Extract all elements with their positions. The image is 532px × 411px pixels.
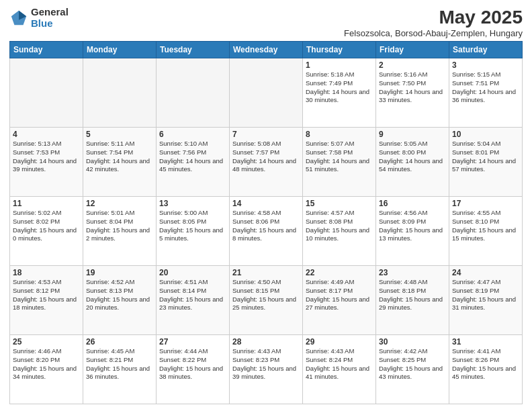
day-info: Sunrise: 4:53 AM Sunset: 8:12 PM Dayligh… xyxy=(13,278,80,312)
day-info: Sunrise: 5:01 AM Sunset: 8:04 PM Dayligh… xyxy=(86,209,153,243)
week-row-4: 18Sunrise: 4:53 AM Sunset: 8:12 PM Dayli… xyxy=(10,266,523,335)
day-number: 6 xyxy=(159,130,226,139)
day-info: Sunrise: 5:05 AM Sunset: 8:00 PM Dayligh… xyxy=(379,140,446,174)
day-info: Sunrise: 5:15 AM Sunset: 7:51 PM Dayligh… xyxy=(452,71,519,105)
day-info: Sunrise: 4:44 AM Sunset: 8:22 PM Dayligh… xyxy=(159,347,226,381)
day-info: Sunrise: 4:45 AM Sunset: 8:21 PM Dayligh… xyxy=(86,347,153,381)
day-number: 3 xyxy=(452,60,519,70)
day-number: 8 xyxy=(306,130,373,139)
day-info: Sunrise: 4:49 AM Sunset: 8:17 PM Dayligh… xyxy=(306,278,373,312)
day-info: Sunrise: 4:43 AM Sunset: 8:24 PM Dayligh… xyxy=(306,347,373,381)
day-number: 31 xyxy=(452,337,519,347)
day-number: 24 xyxy=(452,268,519,277)
day-number: 5 xyxy=(86,130,153,139)
day-cell: 31Sunrise: 4:41 AM Sunset: 8:26 PM Dayli… xyxy=(449,335,523,404)
week-row-2: 4Sunrise: 5:13 AM Sunset: 7:53 PM Daylig… xyxy=(10,128,523,197)
day-cell xyxy=(83,58,157,128)
day-cell: 26Sunrise: 4:45 AM Sunset: 8:21 PM Dayli… xyxy=(83,335,157,404)
day-number: 27 xyxy=(159,337,226,347)
day-number: 11 xyxy=(13,199,80,208)
day-cell: 18Sunrise: 4:53 AM Sunset: 8:12 PM Dayli… xyxy=(10,266,83,335)
day-info: Sunrise: 4:48 AM Sunset: 8:18 PM Dayligh… xyxy=(379,278,446,312)
day-cell: 1Sunrise: 5:18 AM Sunset: 7:49 PM Daylig… xyxy=(303,58,376,128)
day-info: Sunrise: 5:07 AM Sunset: 7:58 PM Dayligh… xyxy=(306,140,373,174)
day-info: Sunrise: 4:56 AM Sunset: 8:09 PM Dayligh… xyxy=(379,209,446,243)
day-cell: 11Sunrise: 5:02 AM Sunset: 8:02 PM Dayli… xyxy=(10,197,83,266)
header-row: Sunday Monday Tuesday Wednesday Thursday… xyxy=(10,42,523,58)
day-info: Sunrise: 5:02 AM Sunset: 8:02 PM Dayligh… xyxy=(13,209,80,243)
day-cell xyxy=(230,58,303,128)
day-number: 2 xyxy=(379,60,446,70)
day-number: 15 xyxy=(306,199,373,208)
day-cell: 25Sunrise: 4:46 AM Sunset: 8:20 PM Dayli… xyxy=(10,335,83,404)
day-info: Sunrise: 4:50 AM Sunset: 8:15 PM Dayligh… xyxy=(232,278,300,312)
th-tuesday: Tuesday xyxy=(157,42,230,58)
page: General Blue May 2025 Felsozsolca, Borso… xyxy=(0,0,532,411)
th-monday: Monday xyxy=(83,42,157,58)
logo-text: General Blue xyxy=(31,7,69,29)
day-cell: 28Sunrise: 4:43 AM Sunset: 8:23 PM Dayli… xyxy=(230,335,303,404)
header: General Blue May 2025 Felsozsolca, Borso… xyxy=(9,7,523,38)
day-cell: 15Sunrise: 4:57 AM Sunset: 8:08 PM Dayli… xyxy=(303,197,376,266)
day-number: 16 xyxy=(379,199,446,208)
day-number: 10 xyxy=(452,130,519,139)
day-cell: 6Sunrise: 5:10 AM Sunset: 7:56 PM Daylig… xyxy=(157,128,230,197)
day-info: Sunrise: 4:58 AM Sunset: 8:06 PM Dayligh… xyxy=(232,209,300,243)
day-info: Sunrise: 4:47 AM Sunset: 8:19 PM Dayligh… xyxy=(452,278,519,312)
day-number: 14 xyxy=(232,199,300,208)
th-wednesday: Wednesday xyxy=(230,42,303,58)
day-cell: 29Sunrise: 4:43 AM Sunset: 8:24 PM Dayli… xyxy=(303,335,376,404)
calendar-header: Sunday Monday Tuesday Wednesday Thursday… xyxy=(10,42,523,58)
th-friday: Friday xyxy=(376,42,449,58)
day-info: Sunrise: 4:51 AM Sunset: 8:14 PM Dayligh… xyxy=(159,278,226,312)
week-row-1: 1Sunrise: 5:18 AM Sunset: 7:49 PM Daylig… xyxy=(10,58,523,128)
day-cell: 8Sunrise: 5:07 AM Sunset: 7:58 PM Daylig… xyxy=(303,128,376,197)
logo: General Blue xyxy=(9,7,69,29)
day-number: 9 xyxy=(379,130,446,139)
day-cell: 14Sunrise: 4:58 AM Sunset: 8:06 PM Dayli… xyxy=(230,197,303,266)
calendar-subtitle: Felsozsolca, Borsod-Abauj-Zemplen, Hunga… xyxy=(344,28,523,38)
day-info: Sunrise: 4:46 AM Sunset: 8:20 PM Dayligh… xyxy=(13,347,80,381)
day-number: 18 xyxy=(13,268,80,277)
day-info: Sunrise: 5:00 AM Sunset: 8:05 PM Dayligh… xyxy=(159,209,226,243)
day-number: 4 xyxy=(13,130,80,139)
day-number: 28 xyxy=(232,337,300,347)
day-number: 26 xyxy=(86,337,153,347)
day-info: Sunrise: 5:18 AM Sunset: 7:49 PM Dayligh… xyxy=(306,71,373,105)
th-saturday: Saturday xyxy=(449,42,523,58)
day-cell: 22Sunrise: 4:49 AM Sunset: 8:17 PM Dayli… xyxy=(303,266,376,335)
day-cell: 10Sunrise: 5:04 AM Sunset: 8:01 PM Dayli… xyxy=(449,128,523,197)
day-cell xyxy=(157,58,230,128)
day-number: 13 xyxy=(159,199,226,208)
calendar-body: 1Sunrise: 5:18 AM Sunset: 7:49 PM Daylig… xyxy=(10,58,523,404)
day-info: Sunrise: 4:41 AM Sunset: 8:26 PM Dayligh… xyxy=(452,347,519,381)
day-info: Sunrise: 4:57 AM Sunset: 8:08 PM Dayligh… xyxy=(306,209,373,243)
day-info: Sunrise: 5:16 AM Sunset: 7:50 PM Dayligh… xyxy=(379,71,446,105)
th-sunday: Sunday xyxy=(10,42,83,58)
calendar-title: May 2025 xyxy=(344,7,523,28)
day-cell: 17Sunrise: 4:55 AM Sunset: 8:10 PM Dayli… xyxy=(449,197,523,266)
day-number: 7 xyxy=(232,130,300,139)
day-number: 12 xyxy=(86,199,153,208)
logo-blue-text: Blue xyxy=(31,18,69,30)
day-cell: 2Sunrise: 5:16 AM Sunset: 7:50 PM Daylig… xyxy=(376,58,449,128)
day-info: Sunrise: 5:10 AM Sunset: 7:56 PM Dayligh… xyxy=(159,140,226,174)
day-number: 25 xyxy=(13,337,80,347)
day-number: 29 xyxy=(306,337,373,347)
day-number: 19 xyxy=(86,268,153,277)
day-cell: 30Sunrise: 4:42 AM Sunset: 8:25 PM Dayli… xyxy=(376,335,449,404)
day-cell: 9Sunrise: 5:05 AM Sunset: 8:00 PM Daylig… xyxy=(376,128,449,197)
day-cell: 7Sunrise: 5:08 AM Sunset: 7:57 PM Daylig… xyxy=(230,128,303,197)
day-cell: 21Sunrise: 4:50 AM Sunset: 8:15 PM Dayli… xyxy=(230,266,303,335)
week-row-3: 11Sunrise: 5:02 AM Sunset: 8:02 PM Dayli… xyxy=(10,197,523,266)
day-info: Sunrise: 5:13 AM Sunset: 7:53 PM Dayligh… xyxy=(13,140,80,174)
day-cell: 16Sunrise: 4:56 AM Sunset: 8:09 PM Dayli… xyxy=(376,197,449,266)
day-info: Sunrise: 4:42 AM Sunset: 8:25 PM Dayligh… xyxy=(379,347,446,381)
day-number: 23 xyxy=(379,268,446,277)
day-info: Sunrise: 4:55 AM Sunset: 8:10 PM Dayligh… xyxy=(452,209,519,243)
calendar-table: Sunday Monday Tuesday Wednesday Thursday… xyxy=(9,41,523,404)
day-info: Sunrise: 4:52 AM Sunset: 8:13 PM Dayligh… xyxy=(86,278,153,312)
day-cell: 27Sunrise: 4:44 AM Sunset: 8:22 PM Dayli… xyxy=(157,335,230,404)
logo-icon xyxy=(9,9,28,28)
day-cell: 24Sunrise: 4:47 AM Sunset: 8:19 PM Dayli… xyxy=(449,266,523,335)
